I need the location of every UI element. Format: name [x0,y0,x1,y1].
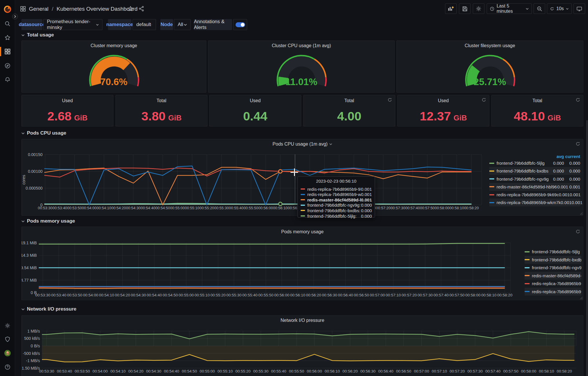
sidebar-item-help[interactable] [0,362,15,372]
stat-value: 3.80GiB [116,109,207,124]
x-axis-label: 00:56:20 [343,369,358,373]
sidebar-item-starred[interactable] [0,32,15,43]
variable-value-node[interactable]: All [174,19,191,30]
annotations-toggle[interactable] [233,19,247,30]
legend-series-name[interactable]: redis-replica-7b6d8965b9-9k69c [497,192,559,197]
tooltip-series-name: redis-replica-7b6d8965b9-9k69c: [307,187,361,192]
time-range-picker[interactable]: Last 5 minutes [487,3,532,14]
mem-chart[interactable]: 0 B4.77 MiB9.54 MiB14.3 MiB19.1 MiB00:53… [22,227,584,300]
legend-series-name[interactable]: frontend-79b6ddfbfc-bxdbs [532,257,581,262]
sidebar-item-settings[interactable] [0,320,15,331]
variable-label-namespace: namespace [108,19,131,30]
stat-number: 3.80 [142,109,166,123]
legend-series-name[interactable]: frontend-79b6ddfbfc-ngv9g [532,265,581,270]
star-dashboard-icon[interactable] [128,6,133,12]
save-dashboard-button[interactable] [459,3,471,14]
legend-row[interactable]: frontend-79b6ddfbfc-ngv9g [525,264,581,272]
legend-header-avg[interactable]: avg [549,154,564,159]
tooltip-series-value: 0.001 [361,197,372,202]
legend-header-current[interactable]: current [564,154,580,159]
panel-refresh-icon[interactable] [387,98,392,102]
stat-value: 12.37GiB [398,109,489,124]
x-axis-label: 00:54:30 [131,293,146,297]
legend-row[interactable]: redis-replica-7b6d8965b9-9k69c [525,280,581,287]
x-axis-label: 00:56:00 [258,206,273,210]
net-chart[interactable]: -1.50 MB/s-1 MB/s-500 kB/s0 B/s500 kB/s1… [22,316,584,376]
stat-title: Used [210,98,301,103]
legend-series-color [525,291,530,292]
sidebar-expand-button[interactable] [12,14,18,19]
node-value-text: All [178,22,183,27]
x-axis-label: 00:55:40 [229,206,244,210]
legend-row[interactable]: frontend-79b6ddfbfc-5ljlg [525,248,581,256]
add-panel-button[interactable] [445,3,457,14]
x-axis-label: 00:57:50 [503,369,519,373]
sidebar-item-alerting[interactable] [0,74,15,85]
x-axis-label: 00:54:20 [115,293,130,297]
zoom-out-button[interactable] [534,3,545,14]
x-axis-label: 00:54:10 [111,369,126,373]
x-axis-label: 00:56:30 [360,369,376,373]
legend-row[interactable]: frontend-79b6ddfbfc-5ljlg0.0000.000 [489,159,580,167]
legend-series-name[interactable]: redis-replica-7b6d8965b9-wkm7k [497,200,561,205]
stat-number: 0.44 [243,109,267,123]
sidebar-item-dashboards[interactable] [0,46,15,57]
legend-series-color [489,178,494,179]
legend-row[interactable]: redis-master-86cf4d589d-hbl96 [525,272,581,280]
breadcrumb-dashboard-title[interactable]: Kubernetes Overview Dashboard [56,6,137,12]
tooltip-series-color [301,205,305,206]
legend-row[interactable]: redis-replica-7b6d8965b9-wkm7k [525,288,581,296]
legend-series-name[interactable]: frontend-79b6ddfbfc-5ljlg [532,249,581,254]
legend-series-name[interactable]: redis-master-86cf4d589d-hbl96 [497,184,557,189]
breadcrumb-folder[interactable]: General [29,6,49,12]
x-axis-label: 00:56:20 [306,293,321,297]
x-axis-label: 00:54:20 [128,369,144,373]
legend-series-color [525,275,530,276]
legend-series-name[interactable]: frontend-79b6ddfbfc-bxdbs [497,168,549,173]
sidebar-item-explore[interactable] [0,60,15,71]
legend-series-name[interactable]: redis-replica-7b6d8965b9-9k69c [532,281,581,286]
grafana-dashboard: General / Kubernetes Overview Dashboard … [0,0,588,376]
legend-series-color [525,251,530,252]
legend-current-value: 0.000 [564,168,580,173]
grafana-logo[interactable] [0,4,15,14]
gear-icon [5,323,10,329]
sidebar-item-profile[interactable] [0,348,15,358]
legend-row[interactable]: frontend-79b6ddfbfc-ngv9g0.0000.000 [489,175,580,183]
sidebar-item-search[interactable] [0,19,15,29]
sidebar-item-server-admin[interactable] [0,334,15,344]
tv-mode-button[interactable] [574,3,585,14]
legend-series-name[interactable]: frontend-79b6ddfbfc-ngv9g [497,177,549,181]
section-pods-cpu[interactable]: Pods CPU usage [21,129,66,137]
x-axis-label: 00:54:50 [163,293,178,297]
save-icon [462,6,468,12]
legend-row[interactable]: redis-master-86cf4d589d-hbl960.0010.001 [489,183,580,191]
stat-title: Used [22,98,113,103]
x-axis-label: 00:57:00 [414,369,429,373]
legend-row[interactable]: frontend-79b6ddfbfc-bxdbs0.0000.000 [489,167,580,175]
x-axis-label: 00:53:30 [35,293,51,297]
legend-row[interactable]: redis-replica-7b6d8965b9-wkm7k0.0010.001 [489,199,580,206]
variable-value-namespace[interactable]: default [133,19,156,30]
legend-series-name[interactable]: redis-replica-7b6d8965b9-wkm7k [532,289,581,294]
legend-series-name[interactable]: redis-master-86cf4d589d-hbl96 [532,273,581,278]
section-network-io[interactable]: Network I/O pressure [21,305,76,313]
panel-refresh-icon[interactable] [576,98,580,102]
section-total-usage[interactable]: Total usage [21,31,54,39]
x-axis-label: 00:58:00 [465,293,481,297]
legend-row[interactable]: redis-replica-7b6d8965b9-9k69c0.0010.001 [489,191,580,199]
x-axis-label: 00:54:30 [126,206,141,210]
gauge-value: 11.01% [208,76,394,88]
scrollbar-thumb[interactable] [586,120,588,376]
stat-unit: GiB [74,113,87,122]
share-icon[interactable] [139,6,144,12]
legend-current-value: 0.001 [568,184,580,189]
legend-series-name[interactable]: frontend-79b6ddfbfc-5ljlg [497,161,549,166]
stat-panel: Used12.37GiB [397,95,489,126]
section-pods-memory[interactable]: Pods memory usage [21,217,75,225]
refresh-picker[interactable]: 10s [547,3,572,14]
legend-row[interactable]: frontend-79b6ddfbfc-bxdbs [525,256,581,264]
panel-refresh-icon[interactable] [482,98,486,102]
dashboard-settings-button[interactable] [473,3,484,14]
variable-value-datasource[interactable]: Prometheus tender-minsky [43,19,102,30]
